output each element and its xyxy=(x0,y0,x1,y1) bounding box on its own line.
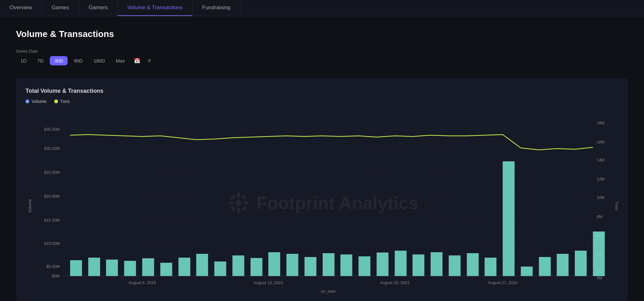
date-btn-7d[interactable]: 7D xyxy=(33,56,48,65)
tab-bar: Overview Games Gamers Volume & Transacti… xyxy=(0,0,644,16)
svg-rect-39 xyxy=(106,260,118,276)
svg-rect-62 xyxy=(521,267,533,276)
date-btn-90d[interactable]: 90D xyxy=(70,56,87,65)
svg-rect-46 xyxy=(232,255,244,276)
svg-text:$15.00M: $15.00M xyxy=(44,218,60,223)
svg-rect-54 xyxy=(377,253,388,276)
svg-text:August 20, 2023: August 20, 2023 xyxy=(380,280,410,285)
svg-rect-53 xyxy=(359,256,370,276)
chart-area: Footprint Analytics .grid-line { stroke:… xyxy=(26,110,618,295)
svg-rect-47 xyxy=(251,258,262,276)
tab-fundraising[interactable]: Fundraising xyxy=(193,0,240,16)
tab-games[interactable]: Games xyxy=(42,0,79,16)
svg-rect-49 xyxy=(286,254,298,276)
legend-volume-dot xyxy=(26,99,29,103)
svg-rect-42 xyxy=(160,263,172,276)
svg-text:$20.00M: $20.00M xyxy=(44,194,60,199)
svg-rect-64 xyxy=(557,254,568,276)
svg-text:0M: 0M xyxy=(596,275,602,280)
tab-overview[interactable]: Overview xyxy=(0,0,42,16)
date-controls: 1D 7D 30D 90D 180D Max 📅 ✕ xyxy=(16,56,628,65)
svg-rect-44 xyxy=(196,254,208,276)
svg-rect-55 xyxy=(395,251,406,276)
chart-svg: .grid-line { stroke: #2a2d3a; stroke-wid… xyxy=(26,110,618,295)
svg-text:$10.00M: $10.00M xyxy=(44,241,60,246)
svg-text:16M: 16M xyxy=(596,140,604,144)
svg-rect-43 xyxy=(179,258,190,276)
date-btn-180d[interactable]: 180D xyxy=(89,56,109,65)
legend-volume: Volume xyxy=(26,99,47,104)
svg-rect-37 xyxy=(70,260,82,276)
svg-text:8M: 8M xyxy=(596,214,602,219)
tab-volume-transactions[interactable]: Volume & Transactions xyxy=(118,0,193,16)
svg-text:$0M: $0M xyxy=(52,274,60,278)
svg-text:10M: 10M xyxy=(596,195,604,200)
svg-text:August 27, 2023: August 27, 2023 xyxy=(488,280,517,285)
svg-text:Volume: Volume xyxy=(27,199,32,213)
svg-text:12M: 12M xyxy=(596,177,604,181)
svg-rect-65 xyxy=(575,251,587,276)
svg-rect-59 xyxy=(467,253,479,276)
svg-text:$30.00M: $30.00M xyxy=(44,146,60,151)
svg-text:$5.00M: $5.00M xyxy=(46,264,60,269)
svg-text:on_date: on_date xyxy=(321,289,336,294)
svg-rect-61 xyxy=(503,161,515,276)
svg-rect-63 xyxy=(539,257,551,276)
svg-rect-60 xyxy=(485,258,496,276)
legend-txns-dot xyxy=(54,99,58,103)
svg-rect-45 xyxy=(214,261,226,276)
svg-rect-38 xyxy=(88,258,100,276)
svg-text:18M: 18M xyxy=(596,121,604,125)
svg-rect-56 xyxy=(413,254,424,276)
tab-gamers[interactable]: Gamers xyxy=(79,0,118,16)
page-content: Volume & Transactions Series Date 1D 7D … xyxy=(0,16,644,301)
calendar-icon-btn[interactable]: 📅 xyxy=(131,56,143,65)
legend-txns: Txns xyxy=(54,99,70,104)
series-date-label: Series Date xyxy=(16,49,628,54)
chart-container: Total Volume & Transactions Volume Txns xyxy=(16,78,628,301)
legend-txns-label: Txns xyxy=(60,99,70,104)
date-btn-max[interactable]: Max xyxy=(111,56,129,65)
svg-rect-51 xyxy=(323,253,334,276)
svg-rect-40 xyxy=(124,261,136,276)
svg-text:$25.00M: $25.00M xyxy=(44,170,60,175)
legend-volume-label: Volume xyxy=(32,99,47,104)
chart-title: Total Volume & Transactions xyxy=(26,88,618,94)
date-btn-1d[interactable]: 1D xyxy=(16,56,31,65)
chart-legend: Volume Txns xyxy=(26,99,618,104)
svg-text:Txns: Txns xyxy=(614,202,618,210)
svg-rect-41 xyxy=(142,258,154,276)
page-title: Volume & Transactions xyxy=(16,29,628,39)
svg-rect-50 xyxy=(304,257,316,276)
date-btn-30d[interactable]: 30D xyxy=(50,56,68,65)
svg-rect-57 xyxy=(431,252,443,276)
svg-text:$35.00M: $35.00M xyxy=(44,127,60,132)
svg-rect-48 xyxy=(268,252,280,276)
svg-text:August 13, 2023: August 13, 2023 xyxy=(253,280,283,285)
svg-text:14M: 14M xyxy=(596,158,604,162)
svg-rect-66 xyxy=(593,231,605,276)
svg-text:August 6, 2023: August 6, 2023 xyxy=(128,280,156,285)
clear-btn[interactable]: ✕ xyxy=(145,56,154,65)
svg-rect-58 xyxy=(449,255,460,276)
svg-rect-52 xyxy=(340,254,352,276)
